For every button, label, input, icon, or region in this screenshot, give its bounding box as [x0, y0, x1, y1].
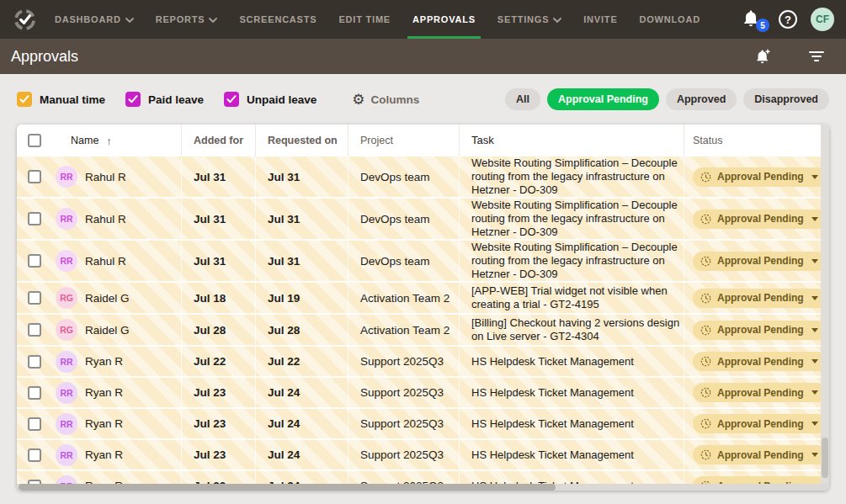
status-dropdown[interactable]: Approval Pending [693, 167, 821, 187]
row-checkbox[interactable] [28, 254, 41, 268]
topnav-item[interactable]: INVITE [583, 0, 617, 39]
status-cell: Approval Pending [684, 471, 821, 484]
avatar: RR [56, 444, 77, 466]
filter-checkbox-label: Paid leave [148, 93, 204, 106]
status-filter-pill[interactable]: Approved [666, 88, 737, 110]
project-cell: Support 2025Q3 [348, 409, 459, 438]
status-filter-pill[interactable]: Disapproved [743, 88, 829, 110]
clock-icon [700, 256, 711, 267]
column-header-added-for[interactable]: Added for [181, 125, 255, 157]
checkbox-checked-icon[interactable] [17, 92, 32, 107]
sort-ascending-icon[interactable]: ↑ [106, 135, 112, 147]
subscribe-notifications-button[interactable] [752, 45, 774, 67]
status-label: Approval Pending [717, 418, 804, 430]
project-cell: Activation Team 2 [348, 315, 459, 345]
status-cell: Approval Pending [684, 347, 821, 376]
table-row: RR Rahul R Jul 31 Jul 31 DevOps team Web… [17, 199, 821, 241]
vertical-scrollbar-thumb[interactable] [822, 438, 828, 478]
added-for-cell: Jul 31 [181, 241, 255, 281]
avatar: RR [56, 475, 77, 485]
filter-checkbox[interactable]: Manual time [17, 92, 105, 107]
clock-icon [700, 325, 711, 336]
status-dropdown[interactable]: Approval Pending [693, 414, 821, 433]
column-header-requested-on[interactable]: Requested on [255, 125, 348, 157]
row-checkbox[interactable] [28, 170, 41, 183]
topnav-item[interactable]: EDIT TIME [338, 0, 391, 39]
table-row: RR Ryan R Jul 23 Jul 24 Support 2025Q3 H… [17, 409, 821, 440]
filter-checkbox[interactable]: Unpaid leave [224, 92, 317, 107]
row-checkbox[interactable] [28, 386, 41, 400]
row-checkbox[interactable] [28, 323, 41, 337]
avatar: RG [56, 319, 77, 341]
column-header-project[interactable]: Project [348, 125, 459, 157]
topnav-item[interactable]: SCREENCASTS [239, 0, 317, 39]
status-label: Approval Pending [717, 449, 804, 461]
status-cell: Approval Pending [684, 409, 821, 438]
notifications-button[interactable]: 5 [742, 8, 764, 30]
checkbox-checked-icon[interactable] [125, 92, 141, 107]
topnav-item[interactable]: REPORTS [156, 0, 218, 39]
status-dropdown[interactable]: Approval Pending [693, 383, 821, 402]
topnav-item[interactable]: SETTINGS [497, 0, 561, 39]
status-cell: Approval Pending [684, 378, 821, 407]
clock-icon [700, 214, 711, 225]
status-dropdown[interactable]: Approval Pending [693, 352, 821, 371]
project-cell: Support 2025Q3 [348, 378, 459, 407]
horizontal-scrollbar-thumb[interactable] [19, 484, 556, 491]
user-avatar[interactable]: CF [811, 8, 834, 31]
topnav-item-label: DASHBOARD [55, 14, 121, 24]
clock-icon [700, 356, 711, 367]
row-checkbox[interactable] [28, 291, 41, 305]
status-dropdown[interactable]: Approval Pending [693, 321, 821, 340]
task-cell: HS Helpdesk Ticket Management [459, 347, 684, 376]
topnav-item[interactable]: APPROVALS [412, 0, 476, 39]
requested-on-cell: Jul 22 [255, 347, 348, 376]
avatar: RR [56, 382, 77, 404]
filter-button[interactable] [806, 45, 827, 67]
name-cell: Rahul R [85, 255, 126, 268]
select-all-checkbox[interactable] [28, 134, 41, 147]
status-cell: Approval Pending [684, 315, 821, 345]
topnav-item[interactable]: DOWNLOAD [640, 0, 700, 39]
topnav-item[interactable]: DASHBOARD [55, 0, 134, 39]
status-dropdown[interactable]: Approval Pending [693, 210, 821, 229]
status-dropdown[interactable]: Approval Pending [693, 476, 821, 484]
topnav-item-label: INVITE [583, 14, 617, 24]
help-button[interactable]: ? [779, 10, 797, 29]
columns-label: Columns [371, 93, 420, 106]
checkbox-checked-icon[interactable] [224, 92, 239, 107]
table-body: RR Rahul R Jul 31 Jul 31 DevOps team Web… [17, 157, 821, 484]
column-header-name[interactable]: Name ↑ [52, 125, 181, 157]
vertical-scrollbar[interactable] [821, 125, 829, 484]
status-filter-pill[interactable]: All [505, 88, 540, 110]
filter-bar: Manual time Paid leave Unpaid leave ⚙ Co… [0, 74, 846, 125]
columns-button[interactable]: ⚙ Columns [352, 93, 419, 107]
status-filter-tabs: All Approval Pending Approved Disapprove… [498, 88, 829, 110]
table-header: Name ↑ Added for Requested on Project Ta… [17, 125, 821, 157]
column-header-task[interactable]: Task [459, 125, 684, 157]
chevron-down-icon [209, 18, 217, 23]
status-dropdown[interactable]: Approval Pending [693, 252, 821, 271]
status-label: Approval Pending [717, 171, 804, 183]
filter-checkbox[interactable]: Paid leave [125, 92, 204, 107]
row-checkbox[interactable] [28, 355, 41, 369]
task-cell: HS Helpdesk Ticket Management [459, 378, 684, 407]
avatar: RR [56, 351, 77, 373]
project-cell: DevOps team [348, 157, 459, 197]
status-dropdown[interactable]: Approval Pending [693, 445, 821, 464]
row-checkbox[interactable] [28, 448, 41, 462]
table-row: RG Raidel G Jul 18 Jul 19 Activation Tea… [17, 283, 821, 315]
status-dropdown[interactable]: Approval Pending [693, 289, 821, 308]
row-checkbox[interactable] [28, 212, 41, 225]
row-checkbox[interactable] [28, 417, 41, 431]
name-cell: Ryan R [85, 417, 123, 430]
column-header-status[interactable]: Status [684, 125, 821, 157]
top-navigation: DASHBOARD REPORTS SCREENCASTS EDIT TIME … [0, 0, 846, 39]
status-filter-pill[interactable]: Approval Pending [547, 88, 659, 110]
app-logo-icon[interactable] [13, 8, 36, 31]
horizontal-scrollbar[interactable] [17, 484, 829, 491]
chevron-down-icon [811, 390, 818, 395]
name-cell: Rahul R [85, 213, 126, 225]
topnav-item-label: REPORTS [156, 14, 205, 24]
help-icon: ? [785, 13, 791, 26]
